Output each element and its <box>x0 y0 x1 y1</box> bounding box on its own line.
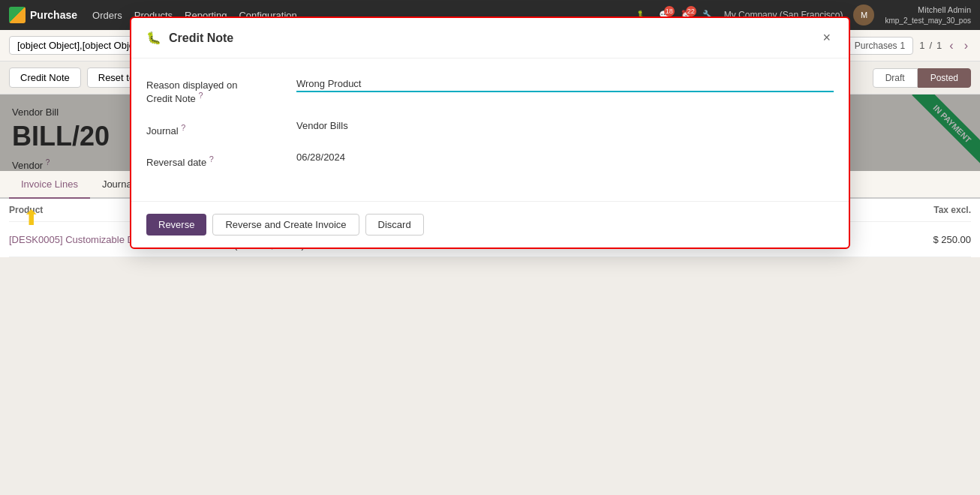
reason-help[interactable]: ? <box>198 91 203 100</box>
user-name: Mitchell Admin <box>885 4 971 15</box>
dialog-overlay: 🐛 Credit Note × Reason displayed on Cred… <box>0 94 980 171</box>
next-page-button[interactable]: › <box>961 38 971 54</box>
app-logo[interactable]: Purchase <box>9 7 77 23</box>
logo-icon <box>9 7 26 23</box>
credit-note-dialog: 🐛 Credit Note × Reason displayed on Cred… <box>130 16 850 249</box>
dialog-footer: Reverse Reverse and Create Invoice Disca… <box>131 201 849 248</box>
clock-count: 22 <box>686 6 696 16</box>
pagination: 1 / 1 ‹ › <box>919 38 971 54</box>
user-db: kmp_2_test_may_30_pos <box>885 16 971 26</box>
status-bar: Draft Posted <box>873 68 971 88</box>
reason-value-container <box>296 76 834 92</box>
prev-page-button[interactable]: ‹ <box>946 38 956 54</box>
reversal-help[interactable]: ? <box>209 154 214 164</box>
reversal-date-value: 06/28/2024 <box>296 152 834 163</box>
reverse-create-button[interactable]: Reverse and Create Invoice <box>212 214 359 236</box>
dialog-body: Reason displayed on Credit Note ? Journa… <box>131 58 849 201</box>
page-current: 1 <box>919 40 924 51</box>
journal-help[interactable]: ? <box>181 123 185 132</box>
status-draft[interactable]: Draft <box>873 68 918 88</box>
app-name: Purchase <box>30 9 77 21</box>
journal-label: Journal ? <box>146 120 296 136</box>
avatar[interactable]: M <box>853 4 874 26</box>
credit-note-label: Credit Note <box>20 72 70 83</box>
credit-note-button[interactable]: Credit Note <box>9 68 81 88</box>
page-total: 1 <box>936 40 942 51</box>
smart-btn-count: 1 <box>900 40 906 51</box>
status-posted[interactable]: Posted <box>918 68 971 88</box>
reason-row: Reason displayed on Credit Note ? <box>146 76 834 104</box>
reversal-date-label: Reversal date ? <box>146 152 296 168</box>
reason-label: Reason displayed on Credit Note ? <box>146 76 296 104</box>
reverse-button[interactable]: Reverse <box>146 214 206 236</box>
discard-button[interactable]: Discard <box>365 214 424 236</box>
dialog-header: 🐛 Credit Note × <box>131 18 849 58</box>
nav-orders[interactable]: Orders <box>92 10 122 21</box>
chat-count: 18 <box>664 6 675 16</box>
dialog-close-button[interactable]: × <box>819 30 834 46</box>
dialog-bug-icon: 🐛 <box>146 31 161 45</box>
reversal-date-row: Reversal date ? 06/28/2024 <box>146 152 834 168</box>
dialog-title: Credit Note <box>169 32 812 45</box>
journal-value: Vendor Bills <box>296 120 834 131</box>
main-content: ⬆ Vendor Bill BILL/20 Vendor ? IN PAYMEN… <box>0 94 980 171</box>
tab-invoice-lines[interactable]: Invoice Lines <box>9 171 90 199</box>
journal-row: Journal ? Vendor Bills <box>146 120 834 136</box>
page-sep: / <box>929 40 932 51</box>
reason-input[interactable] <box>296 76 834 92</box>
smart-btn-label: Purchases <box>855 40 897 51</box>
arrow-indicator: ⬆ <box>23 206 40 230</box>
